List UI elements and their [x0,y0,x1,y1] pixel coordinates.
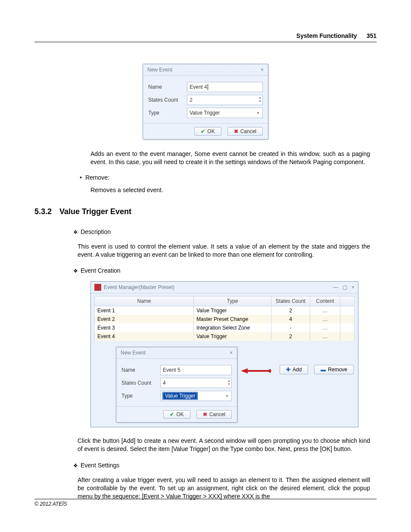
chevron-down-icon: ▼ [256,111,260,115]
diamond-icon: ❖ [73,267,78,275]
type-combo[interactable]: Value Trigger ▼ [187,108,263,118]
section-number: 5.3.2 [34,207,52,216]
window-title: Event Manager(Master Preset) [104,284,174,290]
states-count-label: States Count [148,97,187,103]
new-event-dialog: New Event × Name Event 4 States Count 2 … [143,64,268,140]
spinner-icon[interactable]: ▲▼ [227,379,230,386]
dialog-title: New Event [147,67,172,73]
states-count-label: States Count [121,380,160,386]
dialog-title: New Event [121,350,146,356]
page-number: 351 [367,32,377,39]
col-content[interactable]: Content [310,296,340,306]
states-count-input[interactable]: 2 ▲▼ [187,95,263,105]
event-manager-window: Event Manager(Master Preset) — ▢ × Name … [90,281,358,427]
chapter-title: System Functionality [296,32,357,39]
paragraph-settings: After creating a value trigger event, yo… [78,476,370,501]
type-label: Type [148,110,187,116]
page-footer: © 2012 ATEÏS [34,499,377,507]
check-icon: ✔ [201,128,205,134]
col-states-count[interactable]: States Count [271,296,310,306]
diamond-icon: ❖ [73,462,78,470]
new-event-dialog-nested: New Event × Name Event 5 States Count 4 [116,347,237,423]
cancel-button[interactable]: ✖ Cancel [196,410,232,419]
svg-marker-1 [241,368,248,373]
name-input[interactable]: Event 4 [187,82,263,92]
bullet-icon: • [80,174,82,181]
maximize-icon[interactable]: ▢ [342,284,347,290]
sub-heading-event-settings: ❖ Event Settings [73,462,377,470]
paragraph-description: This event is used to control the elemen… [78,243,370,259]
cancel-button[interactable]: ✖ Cancel [227,127,263,136]
type-label: Type [121,393,160,399]
diamond-icon: ❖ [73,228,78,236]
minimize-icon[interactable]: — [333,284,338,290]
name-input[interactable]: Event 5 [160,365,232,375]
remove-button[interactable]: ▬ Remove [314,365,354,374]
app-icon [94,284,101,291]
close-icon[interactable]: × [352,284,355,290]
close-icon[interactable]: × [261,67,264,73]
ok-button[interactable]: ✔ OK [194,127,221,136]
page-header: System Functionality 351 [34,32,377,42]
cross-icon: ✖ [203,411,207,417]
sub-heading-event-creation: ❖ Event Creation [73,267,377,275]
chevron-down-icon: ▼ [225,394,229,398]
cross-icon: ✖ [234,128,238,134]
spinner-icon[interactable]: ▲▼ [258,96,262,103]
text-cursor [208,84,208,90]
col-name[interactable]: Name [95,296,194,306]
svg-point-2 [268,369,271,373]
annotation-arrow-icon [241,367,271,374]
table-row[interactable]: Event 1 Value Trigger 2 … [95,306,355,315]
event-table: Name Type States Count Content Event 1 V… [94,296,355,341]
ok-button[interactable]: ✔ OK [163,410,190,419]
type-combo[interactable]: Value Trigger ▼ [160,391,232,401]
paragraph-add: Adds an event to the event manager, Some… [90,150,370,166]
name-label: Name [148,84,187,90]
table-row[interactable]: Event 2 Master Preset Change 4 … [95,315,355,324]
section-heading: 5.3.2 Value Trigger Event [34,207,377,216]
table-row[interactable]: Event 3 Integration Select Zone - … [95,324,355,332]
section-title: Value Trigger Event [59,207,131,216]
close-icon[interactable]: × [230,350,233,356]
check-icon: ✔ [170,411,174,417]
paragraph-click-add: Click the button [Add] to create a new e… [78,437,370,453]
sub-heading-description: ❖ Description [73,228,377,236]
states-count-input[interactable]: 4 ▲▼ [160,378,232,388]
table-row[interactable]: Event 4 Value Trigger 2 … [95,332,355,341]
add-button[interactable]: ✚ Add [280,365,308,374]
col-type[interactable]: Type [194,296,271,306]
name-label: Name [121,367,160,373]
paragraph-remove: Removes a selected event. [90,186,370,194]
minus-icon: ▬ [321,367,326,373]
plus-icon: ✚ [286,367,290,373]
bullet-remove: • Remove: [80,174,377,181]
